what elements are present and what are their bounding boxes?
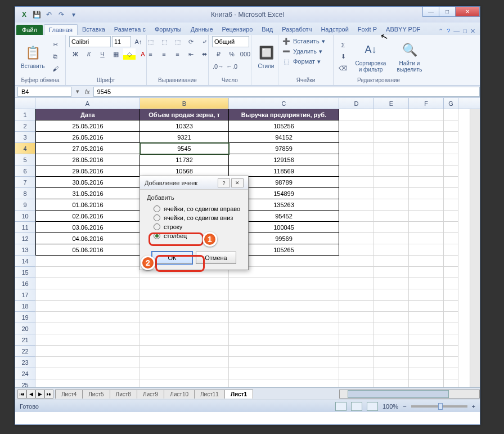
cell[interactable] [140, 368, 229, 379]
radio-option-3[interactable]: столбец [147, 231, 241, 240]
cell[interactable] [374, 289, 409, 301]
tab-foxit p[interactable]: Foxit P [353, 24, 381, 35]
indent-dec-icon[interactable]: ⇤ [185, 48, 197, 60]
cell[interactable] [229, 357, 339, 368]
cell[interactable] [35, 346, 140, 357]
cell[interactable] [444, 177, 458, 188]
cell[interactable] [35, 267, 140, 278]
row-header[interactable]: 3 [15, 132, 35, 143]
fx-button[interactable]: fx [82, 88, 93, 95]
comma-icon[interactable]: 000 [239, 48, 251, 60]
row-header[interactable]: 2 [15, 120, 35, 132]
cell[interactable]: 31.05.2016 [35, 188, 140, 199]
maximize-button[interactable]: □ [439, 7, 456, 17]
cell[interactable] [374, 154, 409, 165]
cell[interactable] [409, 323, 444, 334]
radio-option-0[interactable]: ячейки, со сдвигом вправо [147, 204, 241, 213]
font-name-select[interactable] [69, 36, 111, 47]
cell[interactable] [339, 233, 374, 244]
cell[interactable] [140, 278, 229, 289]
row-header[interactable]: 9 [15, 199, 35, 211]
cell[interactable] [409, 154, 444, 165]
decrease-decimal-icon[interactable]: ←.0 [226, 61, 238, 72]
cell[interactable] [409, 244, 444, 256]
formula-input[interactable]: 9545 [93, 87, 480, 97]
cell[interactable] [409, 334, 444, 346]
italic-button[interactable]: К [83, 48, 95, 60]
cell[interactable] [409, 301, 444, 312]
cell[interactable] [444, 143, 458, 154]
cell[interactable]: 04.06.2016 [35, 233, 140, 244]
sheet-tab[interactable]: Лист11 [194, 390, 225, 399]
cell[interactable]: 129156 [229, 154, 339, 165]
row-header[interactable]: 16 [15, 278, 35, 289]
cell[interactable] [409, 120, 444, 132]
cell[interactable] [229, 346, 339, 357]
zoom-thumb[interactable] [438, 403, 443, 410]
cell[interactable] [409, 256, 444, 267]
cell[interactable] [444, 154, 458, 165]
cell[interactable] [35, 312, 140, 323]
ribbon-close-icon[interactable]: ✕ [470, 28, 475, 35]
row-header[interactable]: 20 [15, 323, 35, 334]
cell[interactable] [229, 323, 339, 334]
help-icon[interactable]: ? [447, 28, 450, 35]
cell[interactable] [409, 368, 444, 379]
column-header-E[interactable]: E [374, 98, 409, 109]
cell[interactable]: Объем продаж зерна, т [140, 109, 229, 120]
column-header-G[interactable]: G [444, 98, 458, 109]
cell[interactable] [444, 323, 458, 334]
tab-вставка[interactable]: Вставка [78, 24, 110, 35]
sheet-nav-first[interactable]: ⏮ [17, 390, 26, 399]
cell[interactable] [444, 334, 458, 346]
sheet-tab[interactable]: Лист10 [164, 390, 195, 399]
horizontal-scrollbar[interactable] [339, 390, 480, 399]
cell[interactable] [339, 109, 374, 120]
sheet-tab[interactable]: Лист1 [224, 390, 253, 399]
cell[interactable]: 118569 [229, 165, 339, 177]
cell[interactable] [339, 132, 374, 143]
font-size-select[interactable] [112, 36, 131, 47]
cell[interactable] [374, 222, 409, 233]
row-header[interactable]: 19 [15, 312, 35, 323]
tab-разметка с[interactable]: Разметка с [110, 24, 150, 35]
cell[interactable] [339, 301, 374, 312]
format-painter-icon[interactable]: 🖌 [49, 63, 61, 74]
column-header-B[interactable]: B [140, 98, 229, 109]
fill-color-icon[interactable]: ◇ [123, 48, 136, 60]
cell[interactable] [444, 357, 458, 368]
close-button[interactable]: ✕ [455, 7, 480, 17]
align-center-icon[interactable]: ≡ [158, 48, 170, 60]
align-middle-icon[interactable]: ⬚ [158, 36, 170, 47]
undo-icon[interactable]: ↶ [43, 9, 55, 20]
cell[interactable] [444, 312, 458, 323]
cell[interactable] [444, 132, 458, 143]
cell[interactable] [339, 334, 374, 346]
cell[interactable] [444, 267, 458, 278]
cell[interactable]: 03.06.2016 [35, 222, 140, 233]
sheet-tab[interactable]: Лист4 [55, 390, 83, 399]
tab-формулы[interactable]: Формулы [150, 24, 186, 35]
dialog-close-icon[interactable]: ✕ [231, 178, 244, 187]
cell[interactable] [229, 289, 339, 301]
cell[interactable] [409, 143, 444, 154]
tab-file[interactable]: Файл [16, 25, 43, 35]
cell[interactable] [374, 256, 409, 267]
excel-icon[interactable]: X [19, 9, 30, 20]
ribbon-minimize-icon[interactable]: ⌃ [438, 28, 443, 35]
save-icon[interactable]: 💾 [31, 9, 42, 20]
cell[interactable] [35, 289, 140, 301]
row-header[interactable]: 14 [15, 256, 35, 267]
cell[interactable] [339, 143, 374, 154]
cell[interactable] [374, 165, 409, 177]
tab-abbyy pdf[interactable]: ABBYY PDF [381, 24, 425, 35]
cancel-button[interactable]: Отмена [196, 252, 236, 264]
cell[interactable]: 9545 [140, 143, 229, 154]
delete-cells-button[interactable]: ➖Удалить▾ [282, 46, 322, 56]
sort-filter-button[interactable]: A↓ Сортировка и фильтр [352, 40, 390, 74]
cell[interactable] [444, 188, 458, 199]
cell[interactable] [444, 346, 458, 357]
cell[interactable] [374, 199, 409, 211]
cell[interactable] [140, 357, 229, 368]
cell[interactable] [229, 379, 339, 387]
